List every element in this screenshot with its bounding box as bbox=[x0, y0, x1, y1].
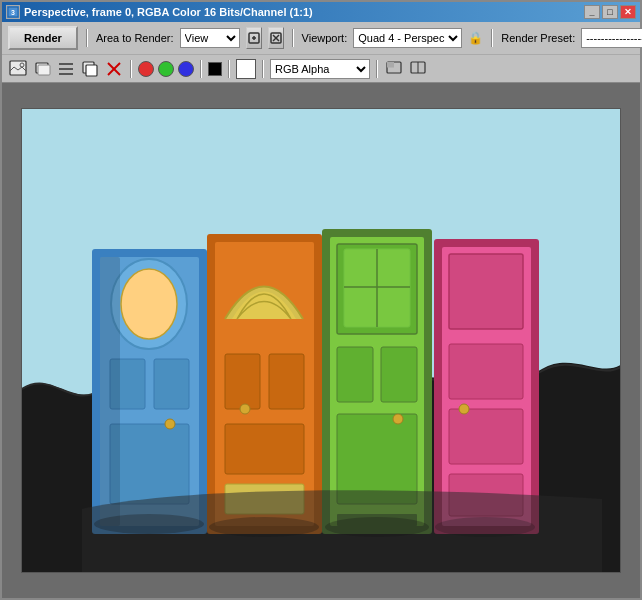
red-channel-dot[interactable] bbox=[138, 61, 154, 77]
display-icon-1[interactable] bbox=[384, 59, 404, 79]
svg-rect-20 bbox=[86, 65, 97, 76]
svg-point-53 bbox=[393, 414, 403, 424]
display-icon-2[interactable] bbox=[408, 59, 428, 79]
svg-rect-57 bbox=[449, 254, 523, 329]
render-button[interactable]: Render bbox=[8, 26, 78, 50]
viewport-dropdown[interactable]: Quad 4 - Perspec Top Front Left bbox=[353, 28, 462, 48]
svg-rect-40 bbox=[269, 354, 304, 409]
separator-6 bbox=[200, 60, 202, 78]
svg-rect-36 bbox=[100, 257, 120, 526]
main-window: 3 Perspective, frame 0, RGBA Color 16 Bi… bbox=[0, 0, 642, 600]
svg-rect-59 bbox=[449, 409, 523, 464]
toolbar-row-1: Render Area to Render: View Selection Re… bbox=[2, 22, 640, 54]
scene-svg bbox=[22, 109, 621, 573]
channel-icon[interactable] bbox=[56, 59, 76, 79]
svg-point-31 bbox=[121, 269, 177, 339]
svg-rect-41 bbox=[225, 424, 304, 474]
svg-rect-24 bbox=[387, 62, 394, 68]
area-dropdown[interactable]: View Selection Region Blowup Crop bbox=[180, 28, 240, 48]
svg-rect-50 bbox=[337, 347, 373, 402]
green-channel-dot[interactable] bbox=[158, 61, 174, 77]
title-bar: 3 Perspective, frame 0, RGBA Color 16 Bi… bbox=[2, 2, 640, 22]
separator-7 bbox=[228, 60, 230, 78]
clear-icon[interactable] bbox=[104, 59, 124, 79]
svg-point-35 bbox=[165, 419, 175, 429]
svg-rect-15 bbox=[38, 65, 50, 75]
minimize-button[interactable]: _ bbox=[584, 5, 600, 19]
toolbar-row-2: RGB Alpha Red Green Blue Alpha Monochrom… bbox=[2, 54, 640, 82]
mono-color-swatch[interactable] bbox=[208, 62, 222, 76]
app-icon: 3 bbox=[6, 5, 20, 19]
area-icon-2[interactable] bbox=[268, 27, 284, 49]
area-icon-1[interactable] bbox=[246, 27, 262, 49]
separator-9 bbox=[376, 60, 378, 78]
area-label: Area to Render: bbox=[96, 32, 174, 44]
svg-rect-51 bbox=[381, 347, 417, 402]
save-image-icon[interactable] bbox=[8, 59, 28, 79]
separator-2 bbox=[292, 29, 294, 47]
viewport-label: Viewport: bbox=[302, 32, 348, 44]
separator-1 bbox=[86, 29, 88, 47]
separator-8 bbox=[262, 60, 264, 78]
lock-icon[interactable]: 🔒 bbox=[468, 30, 483, 46]
svg-rect-33 bbox=[154, 359, 189, 409]
render-area bbox=[2, 83, 640, 598]
svg-rect-39 bbox=[225, 354, 260, 409]
svg-text:3: 3 bbox=[11, 9, 15, 16]
window-title: Perspective, frame 0, RGBA Color 16 Bits… bbox=[24, 6, 584, 18]
close-button[interactable]: ✕ bbox=[620, 5, 636, 19]
svg-rect-58 bbox=[449, 344, 523, 399]
maximize-button[interactable]: □ bbox=[602, 5, 618, 19]
render-canvas bbox=[21, 108, 621, 573]
separator-5 bbox=[130, 60, 132, 78]
clone-image-icon[interactable] bbox=[32, 59, 52, 79]
svg-rect-34 bbox=[110, 424, 189, 504]
channel-dropdown[interactable]: RGB Alpha Red Green Blue Alpha Monochrom… bbox=[270, 59, 370, 79]
render-preset-dropdown[interactable]: -------------------- bbox=[581, 28, 642, 48]
separator-3 bbox=[491, 29, 493, 47]
blue-channel-dot[interactable] bbox=[178, 61, 194, 77]
copy-icon[interactable] bbox=[80, 59, 100, 79]
toolbar-area: Render Area to Render: View Selection Re… bbox=[2, 22, 640, 83]
white-color-swatch[interactable] bbox=[236, 59, 256, 79]
render-preset-label: Render Preset: bbox=[501, 32, 575, 44]
svg-point-61 bbox=[459, 404, 469, 414]
svg-point-43 bbox=[240, 404, 250, 414]
window-controls: _ □ ✕ bbox=[584, 5, 636, 19]
